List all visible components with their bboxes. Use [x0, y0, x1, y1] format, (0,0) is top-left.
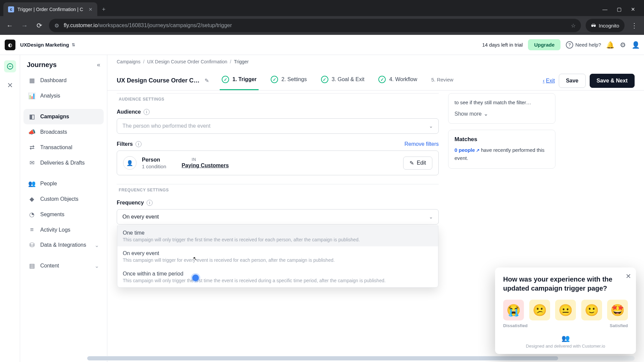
info-card: to see if they still match the filter… S…: [448, 93, 555, 124]
close-icon[interactable]: ✕: [626, 272, 631, 280]
rating-4[interactable]: 🙂: [581, 300, 602, 320]
logs-icon: ≡: [28, 226, 36, 233]
notifications-icon[interactable]: 🔔: [606, 41, 614, 49]
analysis-icon: 📊: [28, 92, 36, 100]
rail-journeys[interactable]: [4, 60, 16, 72]
chevron-down-icon: ⌄: [484, 110, 488, 118]
tab-close-icon[interactable]: ✕: [89, 7, 93, 12]
browser-menu-icon[interactable]: ⋮: [629, 20, 639, 31]
horizontal-scrollbar[interactable]: [87, 356, 635, 361]
matches-card: Matches 0 people↗ have recently performe…: [448, 130, 555, 169]
audience-label: Audience: [117, 109, 141, 115]
edit-filter-button[interactable]: ✎Edit: [403, 157, 432, 170]
deliveries-icon: ✉: [28, 159, 36, 167]
help-button[interactable]: ? Need help?: [566, 41, 601, 49]
save-next-button[interactable]: Save & Next: [590, 74, 635, 88]
address-bar[interactable]: ⚙ fly.customer.io/workspaces/160831/jour…: [49, 19, 581, 32]
site-settings-icon[interactable]: ⚙: [54, 22, 59, 29]
sidebar-item-transactional[interactable]: ⇄Transactional: [23, 140, 104, 155]
external-link-icon: ↗: [476, 148, 480, 153]
transactional-icon: ⇄: [28, 144, 36, 151]
trial-status: 14 days left in trial: [482, 42, 523, 48]
sidebar-item-deliveries[interactable]: ✉Deliveries & Drafts: [23, 155, 104, 171]
remove-filters-link[interactable]: Remove filters: [405, 141, 439, 147]
crumb-trigger: Trigger: [234, 59, 249, 64]
incognito-badge[interactable]: 🕶 Incognito: [586, 19, 625, 32]
sidebar-item-content[interactable]: ▤Content⌄: [23, 258, 104, 274]
forward-icon[interactable]: →: [19, 20, 30, 31]
step-trigger[interactable]: ✓1. Trigger: [220, 71, 259, 90]
exit-link[interactable]: ‹Exit: [543, 78, 555, 84]
sidebar-item-activity-logs[interactable]: ≡Activity Logs: [23, 222, 104, 237]
tab-title: Trigger | Order Confirmation | C: [17, 7, 83, 12]
rating-2[interactable]: 😕: [529, 300, 550, 320]
frequency-select[interactable]: On every event ⌄ One time This campaign …: [117, 209, 439, 225]
frequency-label: Frequency: [117, 200, 144, 206]
data-icon: ⛁: [28, 241, 36, 249]
crumb-campaign-name[interactable]: UX Design Course Order Confirmation: [147, 59, 227, 64]
sidebar-title: Journeys: [27, 61, 57, 69]
settings-icon[interactable]: ⚙: [619, 41, 627, 49]
sidebar-item-analysis[interactable]: 📊Analysis: [23, 88, 104, 104]
feedback-brand: 👥 Designed and delivered with Customer.i…: [503, 334, 628, 349]
scrollbar-thumb[interactable]: [87, 356, 558, 360]
step-workflow[interactable]: ✓4. Workflow: [376, 71, 419, 90]
new-tab-button[interactable]: +: [98, 6, 110, 13]
bookmark-icon[interactable]: ☆: [571, 22, 576, 29]
window-close-icon[interactable]: ✕: [631, 6, 635, 12]
filter-card: 👤 Person 1 condition IN Paying Customers…: [117, 150, 439, 175]
rail-secondary[interactable]: [4, 79, 16, 91]
sidebar-item-broadcasts[interactable]: 📣Broadcasts: [23, 124, 104, 140]
filter-condition-count: 1 condition: [142, 164, 166, 169]
frequency-option-time-period[interactable]: Once within a time period This campaign …: [117, 267, 438, 287]
url-path: /workspaces/160831/journeys/campaigns/2/…: [98, 22, 232, 28]
sidebar-item-segments[interactable]: ◔Segments: [23, 207, 104, 222]
upgrade-button[interactable]: Upgrade: [528, 39, 560, 50]
window-maximize-icon[interactable]: ▢: [617, 6, 622, 12]
save-button[interactable]: Save: [559, 74, 585, 88]
edit-name-icon[interactable]: ✎: [205, 77, 209, 84]
rating-5[interactable]: 🤩: [607, 300, 628, 320]
app-logo[interactable]: ◐: [5, 40, 15, 50]
back-icon[interactable]: ←: [5, 20, 15, 31]
step-review[interactable]: 5. Review: [429, 71, 455, 90]
crumb-campaigns[interactable]: Campaigns: [117, 59, 141, 64]
frequency-option-every-event[interactable]: On every event This campaign will trigge…: [117, 246, 438, 267]
rating-high-label: Satisfied: [610, 323, 628, 328]
incognito-icon: 🕶: [591, 23, 596, 28]
sidebar-item-data-integrations[interactable]: ⛁Data & Integrations⌄: [23, 237, 104, 253]
browser-tab[interactable]: c Trigger | Order Confirmation | C ✕: [3, 2, 97, 16]
matches-count-link[interactable]: 0 people↗: [454, 147, 480, 153]
step-settings[interactable]: ✓2. Settings: [269, 71, 309, 90]
check-icon: ✓: [222, 76, 229, 83]
filter-segment-link[interactable]: Paying Customers: [182, 163, 229, 169]
info-icon[interactable]: i: [144, 109, 150, 115]
sidebar-item-campaigns[interactable]: ◧Campaigns: [23, 109, 104, 124]
feedback-question: How was your experience with the updated…: [503, 275, 628, 293]
check-icon: ✓: [271, 76, 278, 83]
rating-3[interactable]: 😐: [555, 300, 576, 320]
campaign-title: UX Design Course Order Confi…: [117, 77, 201, 84]
info-icon[interactable]: i: [136, 141, 142, 147]
window-minimize-icon[interactable]: —: [602, 6, 607, 12]
collapse-sidebar-icon[interactable]: «: [97, 61, 100, 68]
reload-icon[interactable]: ⟳: [34, 20, 44, 31]
chevron-updown-icon: ⇅: [72, 43, 75, 47]
frequency-option-one-time[interactable]: One time This campaign will only trigger…: [117, 226, 438, 246]
content-icon: ▤: [28, 262, 36, 269]
help-icon: ?: [566, 41, 573, 49]
dashboard-icon: ▦: [28, 77, 36, 84]
info-icon[interactable]: i: [147, 200, 153, 206]
step-goal-exit[interactable]: ✓3. Goal & Exit: [319, 71, 367, 90]
chevron-down-icon: ⌄: [429, 214, 433, 220]
sidebar-item-dashboard[interactable]: ▦Dashboard: [23, 73, 104, 88]
account-icon[interactable]: 👤: [632, 41, 639, 49]
sidebar-item-people[interactable]: 👥People: [23, 176, 104, 191]
rating-1[interactable]: 😭: [503, 300, 524, 320]
audience-select[interactable]: The person who performed the event ⌄: [117, 118, 439, 134]
check-icon: ✓: [321, 76, 328, 83]
sidebar-item-custom-objects[interactable]: ◆Custom Objects: [23, 191, 104, 207]
show-more-button[interactable]: Show more ⌄: [454, 110, 549, 118]
workspace-switcher[interactable]: UXDesign Marketing ⇅: [20, 42, 75, 48]
audience-section-label: AUDIENCE SETTINGS: [117, 93, 439, 105]
